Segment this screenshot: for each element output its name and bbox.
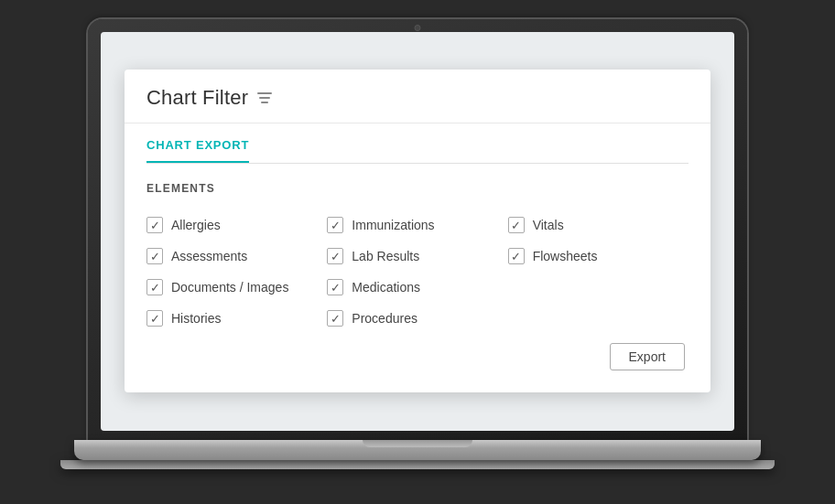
checkbox-vitals-box[interactable] — [508, 217, 525, 233]
laptop-bottom-bar — [60, 460, 775, 469]
elements-col-2: Immunizations Lab Results Medications — [327, 209, 507, 334]
checkbox-lab-results-box[interactable] — [327, 248, 343, 264]
checkbox-lab-results[interactable]: Lab Results — [327, 241, 507, 272]
webcam — [415, 25, 421, 31]
laptop-base — [74, 440, 761, 460]
checkbox-histories[interactable]: Histories — [146, 303, 327, 334]
filter-icon — [257, 92, 272, 103]
modal-overlay: Chart Filter CHART EXPORT ELEMENTS — [101, 32, 734, 431]
checkbox-histories-label: Histories — [171, 311, 221, 326]
modal-header: Chart Filter — [125, 70, 710, 123]
checkbox-immunizations-box[interactable] — [327, 217, 343, 233]
checkbox-documents-box[interactable] — [146, 279, 163, 295]
laptop-wrapper: Chart Filter CHART EXPORT ELEMENTS — [60, 19, 775, 486]
checkbox-flowsheets-label: Flowsheets — [533, 249, 598, 263]
checkbox-flowsheets-box[interactable] — [508, 248, 525, 264]
checkbox-allergies[interactable]: Allergies — [146, 209, 327, 241]
checkbox-procedures[interactable]: Procedures — [327, 303, 507, 334]
checkbox-documents-label: Documents / Images — [171, 280, 288, 295]
checkbox-procedures-box[interactable] — [327, 310, 343, 327]
checkbox-immunizations[interactable]: Immunizations — [327, 209, 507, 241]
checkbox-assessments-box[interactable] — [146, 248, 163, 264]
checkbox-documents[interactable]: Documents / Images — [146, 272, 327, 303]
checkbox-allergies-box[interactable] — [146, 217, 163, 233]
modal-body: CHART EXPORT ELEMENTS Allergies — [125, 123, 710, 392]
checkbox-medications[interactable]: Medications — [327, 272, 507, 303]
checkbox-immunizations-label: Immunizations — [352, 218, 434, 232]
checkbox-assessments[interactable]: Assessments — [146, 241, 327, 272]
laptop-screen: Chart Filter CHART EXPORT ELEMENTS — [101, 32, 734, 431]
checkbox-vitals[interactable]: Vitals — [508, 209, 689, 241]
checkbox-vitals-label: Vitals — [533, 218, 564, 232]
checkbox-histories-box[interactable] — [146, 310, 163, 327]
elements-col-1: Allergies Assessments Documents / Images — [146, 209, 327, 334]
checkbox-flowsheets[interactable]: Flowsheets — [508, 241, 689, 272]
chart-export-tab[interactable]: CHART EXPORT — [146, 138, 249, 163]
checkbox-lab-results-label: Lab Results — [352, 249, 419, 263]
section-label: ELEMENTS — [146, 182, 689, 195]
laptop-bezel: Chart Filter CHART EXPORT ELEMENTS — [88, 19, 747, 440]
export-area: Export — [146, 343, 689, 370]
elements-grid: Allergies Assessments Documents / Images — [146, 209, 689, 334]
checkbox-medications-box[interactable] — [327, 279, 343, 295]
export-button[interactable]: Export — [610, 343, 685, 370]
chart-filter-modal: Chart Filter CHART EXPORT ELEMENTS — [125, 70, 710, 392]
elements-col-3: Vitals Flowsheets — [508, 209, 689, 334]
checkbox-medications-label: Medications — [352, 280, 420, 295]
checkbox-assessments-label: Assessments — [171, 249, 247, 263]
tab-bar: CHART EXPORT — [146, 123, 689, 164]
checkbox-allergies-label: Allergies — [171, 218, 221, 232]
checkbox-procedures-label: Procedures — [352, 311, 418, 326]
modal-title: Chart Filter — [146, 86, 248, 110]
